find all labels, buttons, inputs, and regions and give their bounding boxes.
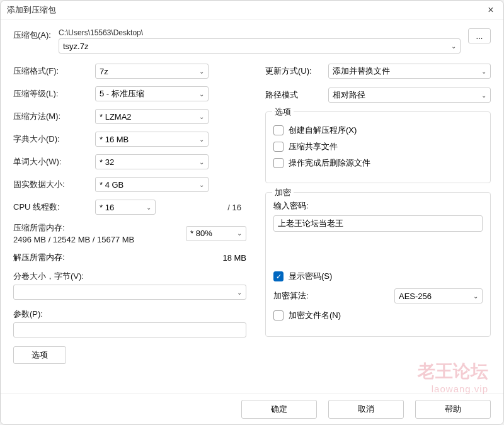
dialog-footer: 确定 取消 帮助	[1, 393, 503, 424]
options-legend: 选项	[272, 106, 294, 118]
content-area: 压缩包(A): C:\Users\15563\Desktop\ tsyz.7z …	[1, 20, 503, 393]
chevron-down-icon: ⌄	[237, 289, 242, 296]
enc-method-label: 加密算法:	[273, 290, 394, 302]
chevron-down-icon: ⌄	[199, 181, 204, 188]
chevron-down-icon: ⌄	[199, 68, 204, 75]
chevron-down-icon: ⌄	[199, 113, 204, 120]
encrypt-names-checkbox[interactable]	[273, 310, 284, 320]
solid-label: 固实数据大小:	[13, 179, 95, 190]
dict-label: 字典大小(D):	[13, 133, 95, 145]
word-label: 单词大小(W):	[13, 156, 95, 167]
params-label: 参数(P):	[13, 309, 246, 320]
archive-path-row: 压缩包(A): C:\Users\15563\Desktop\ tsyz.7z …	[13, 28, 491, 54]
ok-button[interactable]: 确定	[241, 400, 317, 419]
volumes-combo[interactable]: ⌄	[13, 285, 246, 300]
shared-checkbox[interactable]	[273, 142, 284, 152]
chevron-down-icon: ⌄	[451, 43, 456, 50]
solid-select[interactable]: * 4 GB ⌄	[95, 177, 209, 192]
volumes-label: 分卷大小，字节(V):	[13, 271, 246, 282]
level-label: 压缩等级(L):	[13, 88, 95, 99]
threads-select[interactable]: * 16 ⌄	[95, 200, 156, 215]
encrypt-names-label: 加密文件名(N)	[289, 310, 341, 321]
options-button[interactable]: 选项	[13, 346, 66, 364]
cancel-button[interactable]: 取消	[328, 400, 404, 419]
chevron-down-icon: ⌄	[473, 293, 478, 300]
right-column: 更新方式(U): 添加并替换文件 ⌄ 路径模式 相对路径 ⌄ 选项	[265, 64, 491, 364]
update-select[interactable]: 添加并替换文件 ⌄	[328, 64, 491, 79]
delete-checkbox-label: 操作完成后删除源文件	[289, 157, 370, 169]
archive-label: 压缩包(A):	[13, 28, 59, 41]
chevron-down-icon: ⌄	[237, 230, 242, 237]
shared-checkbox-label: 压缩共享文件	[289, 141, 338, 152]
titlebar: 添加到压缩包 ×	[1, 1, 503, 20]
encrypt-fieldset: 加密 输入密码: 上老王论坛当老王 显示密码(S) 加密算法: AES-256	[265, 192, 491, 337]
threads-total: / 16	[227, 203, 246, 212]
dialog-window: 添加到压缩包 × 压缩包(A): C:\Users\15563\Desktop\…	[0, 0, 504, 425]
mem-decompress-label: 解压所需内存:	[13, 252, 209, 263]
help-button[interactable]: 帮助	[415, 400, 491, 419]
mem-pct-select[interactable]: * 80% ⌄	[186, 226, 246, 241]
format-label: 压缩格式(F):	[13, 65, 95, 77]
level-select[interactable]: 5 - 标准压缩 ⌄	[95, 86, 209, 101]
sfx-checkbox[interactable]	[273, 125, 284, 135]
pathmode-label: 路径模式	[265, 89, 328, 101]
mem-decompress-value: 18 MB	[209, 253, 246, 263]
enc-method-select[interactable]: AES-256 ⌄	[394, 288, 483, 303]
method-label: 压缩方法(M):	[13, 111, 95, 122]
word-select[interactable]: * 32 ⌄	[95, 154, 209, 169]
dict-select[interactable]: * 16 MB ⌄	[95, 132, 209, 147]
options-fieldset: 选项 创建自解压程序(X) 压缩共享文件 操作完成后删除源文件	[265, 111, 491, 183]
chevron-down-icon: ⌄	[146, 204, 151, 211]
archive-folder-path: C:\Users\15563\Desktop\	[59, 28, 461, 37]
show-password-checkbox[interactable]	[273, 271, 284, 281]
mem-compress-value: 2496 MB / 12542 MB / 15677 MB	[13, 235, 186, 244]
archive-filename-combo[interactable]: tsyz.7z ⌄	[59, 38, 461, 54]
chevron-down-icon: ⌄	[481, 68, 486, 75]
window-title: 添加到压缩包	[7, 4, 484, 16]
browse-button[interactable]: ...	[468, 28, 491, 43]
delete-checkbox[interactable]	[273, 158, 284, 168]
left-column: 压缩格式(F): 7z ⌄ 压缩等级(L): 5 - 标准压缩 ⌄ 压缩方法(M…	[13, 64, 246, 364]
show-password-label: 显示密码(S)	[289, 271, 332, 282]
chevron-down-icon: ⌄	[481, 92, 486, 99]
chevron-down-icon: ⌄	[199, 91, 204, 98]
archive-filename-value: tsyz.7z	[63, 42, 88, 51]
update-label: 更新方式(U):	[265, 65, 328, 77]
pathmode-select[interactable]: 相对路径 ⌄	[328, 88, 491, 103]
password-input[interactable]: 上老王论坛当老王	[273, 215, 483, 232]
password-label: 输入密码:	[273, 200, 483, 212]
chevron-down-icon: ⌄	[199, 159, 204, 166]
format-select[interactable]: 7z ⌄	[95, 64, 209, 79]
chevron-down-icon: ⌄	[199, 136, 204, 143]
main-columns: 压缩格式(F): 7z ⌄ 压缩等级(L): 5 - 标准压缩 ⌄ 压缩方法(M…	[13, 64, 491, 364]
sfx-checkbox-label: 创建自解压程序(X)	[289, 125, 357, 136]
encrypt-legend: 加密	[272, 187, 294, 198]
close-icon[interactable]: ×	[484, 4, 497, 16]
method-select[interactable]: * LZMA2 ⌄	[95, 109, 209, 124]
threads-label: CPU 线程数:	[13, 201, 95, 213]
params-input[interactable]	[13, 322, 246, 337]
mem-compress-label: 压缩所需内存:	[13, 222, 186, 234]
